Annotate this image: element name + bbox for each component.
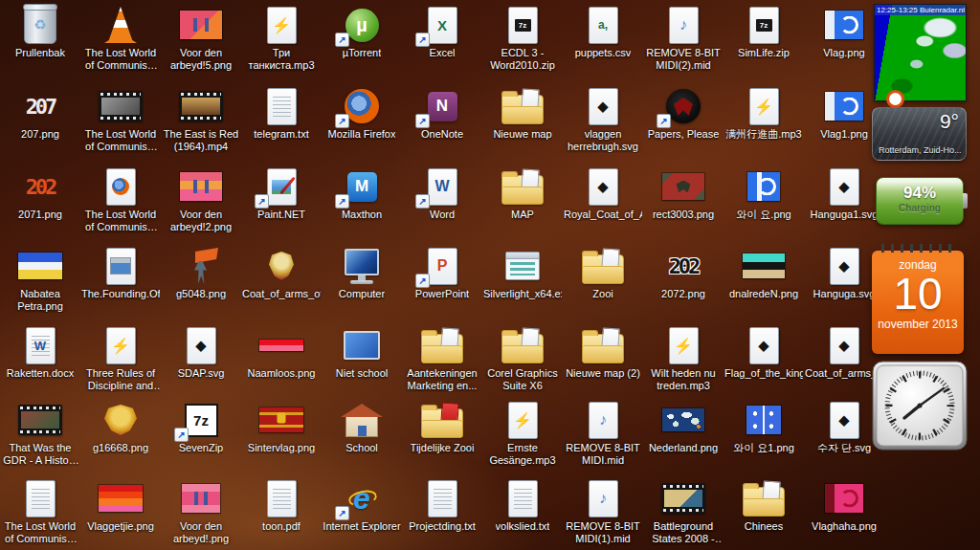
desktop-icon[interactable]: ♪REMOVE 8-BIT MIDI.mid (563, 395, 643, 473)
desktop-icon[interactable]: N↗OneNote (402, 81, 482, 162)
desktop-icon[interactable]: ↗Mozilla Firefox (322, 81, 402, 162)
desktop-icon[interactable]: ◆Flag_of_the_king_o... (724, 320, 804, 395)
desktop-icon[interactable]: ⚡Ernste Gesänge.mp3 (482, 395, 563, 473)
coat-of-arms-thumbnail-icon (252, 246, 311, 286)
desktop-icon[interactable]: ⚡Wilt heden nu treden.mp3 (643, 320, 724, 395)
weather-gadget[interactable]: 9° Rotterdam, Zuid-Ho... (872, 107, 967, 161)
desktop-icon[interactable]: WRaketten.docx (0, 320, 80, 395)
desktop-icon-label: Word (430, 209, 455, 221)
desktop-icon[interactable]: telegram.txt (241, 81, 322, 162)
desktop-icon[interactable]: 7z↗SevenZip (161, 395, 241, 473)
calendar-gadget[interactable]: zondag 10 november 2013 (872, 251, 964, 354)
desktop-icon[interactable]: 7zSimLife.zip (724, 0, 804, 81)
desktop-icon[interactable]: 와이 요1.png (724, 395, 804, 473)
desktop-icon[interactable]: ⚡Three Rules of Discipline and Eig... (80, 320, 161, 395)
desktop-icon-label: SevenZip (179, 442, 223, 454)
desktop-icon[interactable]: 7zECDL 3 - Word2010.zip (482, 0, 563, 81)
desktop-icon[interactable]: That Was the GDR - A History of the O... (0, 395, 80, 473)
desktop-icon[interactable]: ↗Paint.NET (241, 162, 322, 241)
desktop-icon[interactable]: Sintervlag.png (241, 395, 322, 473)
desktop-icon-label: The.Founding.Of.... (81, 288, 160, 300)
desktop-icon[interactable]: Aantekeningen Marketing en... (402, 320, 482, 395)
desktop-icon[interactable]: Voor den arbeyd!2.png (161, 162, 241, 241)
battery-status: Charging (877, 203, 963, 213)
desktop-icon-label: Hanguga1.svg (811, 209, 879, 221)
desktop-icon[interactable]: The East is Red (1964).mp4 (161, 81, 241, 162)
desktop-icon[interactable]: Nabatea Petra.png (0, 241, 80, 320)
desktop-icon[interactable]: W↗Word (402, 162, 482, 241)
desktop-icon[interactable]: Vlag.png (804, 0, 884, 81)
desktop-icon[interactable]: ♪REMOVE 8-BIT MIDI(1).mid (563, 473, 643, 549)
desktop-icon[interactable]: g5048.png (161, 241, 241, 320)
shortcut-arrow-icon: ↗ (415, 33, 430, 47)
desktop-icon[interactable]: dnalredeN.png (724, 241, 804, 320)
desktop-icon-label: The East is Red (1964).mp4 (162, 128, 240, 153)
desktop-icon[interactable]: ◆Hanguga1.svg (804, 162, 884, 241)
desktop-icon[interactable]: Voor den arbeyd!.png (161, 473, 241, 549)
desktop-icon[interactable]: 207207.png (0, 81, 80, 162)
desktop-icon-label: MAP (511, 209, 534, 221)
desktop-icon[interactable]: MAP (482, 162, 563, 241)
desktop-icon[interactable]: Tijdelijke Zooi (402, 395, 482, 473)
desktop-icon[interactable]: The Lost World of Communism (P... (80, 81, 161, 162)
desktop-icon[interactable]: 2022072.png (643, 241, 724, 320)
desktop-icon[interactable]: Computer (322, 241, 402, 320)
desktop-icon[interactable]: The.Founding.Of.... (80, 241, 161, 320)
desktop-icon[interactable]: Projectding.txt (402, 473, 482, 549)
desktop-icon-label: Vlaghaha.png (812, 520, 877, 533)
buienradar-gadget[interactable]: 12:25-13:25 Buienradar.nl (874, 4, 967, 101)
desktop-icon[interactable]: Vlaghaha.png (804, 473, 884, 549)
desktop-icon[interactable]: Coat_of_arms_of_B... (241, 241, 322, 320)
desktop-icon[interactable]: Corel Graphics Suite X6 (482, 320, 563, 395)
desktop-icon[interactable]: School (322, 395, 402, 473)
desktop-icon-label: Chinees (745, 520, 783, 533)
desktop-icon[interactable]: µ↗µTorrent (322, 0, 402, 81)
desktop-icon[interactable]: The Lost World of Communism (P... (80, 0, 161, 81)
desktop-icon[interactable]: The Lost World of Communism (P... (80, 162, 161, 241)
desktop-icon[interactable]: The Lost World of Communism (P... (0, 473, 80, 549)
desktop-icon-label: 2071.png (18, 209, 62, 221)
desktop-icon[interactable]: M↗Maxthon (322, 162, 402, 241)
desktop-icon[interactable]: Prullenbak (0, 0, 80, 81)
winamp-file-icon: ⚡ (252, 5, 311, 45)
desktop-icon[interactable]: toon.pdf (241, 473, 322, 549)
shortcut-arrow-icon: ↗ (415, 114, 430, 128)
desktop-icon-label: The Lost World of Communism (P... (81, 128, 160, 153)
desktop-icon-label: g5048.png (176, 288, 226, 300)
desktop-icon[interactable]: Niet school (322, 320, 402, 395)
desktop-icon[interactable]: ♪REMOVE 8-BIT MIDI(2).mid (643, 0, 724, 81)
desktop-icon-label: The Lost World of Communism (P... (81, 47, 160, 72)
desktop-icon[interactable]: X↗Excel (402, 0, 482, 81)
desktop-icon[interactable]: Zooi (563, 241, 643, 320)
desktop-icon[interactable]: Chinees (724, 473, 804, 549)
desktop-icon[interactable]: Vlaggetjie.png (80, 473, 161, 549)
battery-gadget[interactable]: 94% Charging (876, 177, 964, 225)
desktop-icon[interactable]: 와이 요.png (724, 162, 804, 241)
desktop-icon[interactable]: ◆Royal_Coat_of_Ar... (563, 162, 643, 241)
desktop-icon[interactable]: ⚡Три танкиста.mp3 (241, 0, 322, 81)
desktop-icon[interactable]: P↗PowerPoint (402, 241, 482, 320)
desktop-icon[interactable]: Voor den arbeyd!5.png (161, 0, 241, 81)
buienradar-logo-icon (886, 90, 904, 108)
desktop-icon[interactable]: Nieuwe map (482, 81, 563, 162)
desktop-icon[interactable]: Nieuwe map (2) (563, 320, 643, 395)
desktop-icon[interactable]: ◆vlaggen herrebrugh.svg (563, 81, 643, 162)
desktop-icon[interactable]: Battleground States 2008 - Free Onlin... (643, 473, 724, 549)
clock-gadget[interactable] (872, 361, 968, 451)
papers-please-icon: ↗ (654, 86, 713, 126)
desktop-icon[interactable]: 2022071.png (0, 162, 80, 241)
desktop-icon[interactable]: e↗Internet Explorer (322, 473, 402, 549)
desktop-icon[interactable]: a,puppets.csv (563, 0, 643, 81)
desktop-icon-label: Nieuwe map (493, 128, 551, 141)
desktop-icon[interactable]: Nederland.png (643, 395, 724, 473)
desktop-icon[interactable]: Silverlight_x64.exe (482, 241, 563, 320)
desktop-icon[interactable]: ⚡满州行進曲.mp3 (724, 81, 804, 162)
battery-nub (963, 193, 968, 209)
desktop-icon[interactable]: ↗Papers, Please (643, 81, 724, 162)
desktop-icon[interactable]: ◆SDAP.svg (161, 320, 241, 395)
desktop-icon[interactable]: Naamloos.png (241, 320, 322, 395)
shortcut-arrow-icon: ↗ (335, 194, 349, 209)
desktop-icon[interactable]: volkslied.txt (482, 473, 563, 549)
desktop-icon[interactable]: rect3003.png (643, 162, 724, 241)
desktop-icon[interactable]: g16668.png (80, 395, 161, 473)
